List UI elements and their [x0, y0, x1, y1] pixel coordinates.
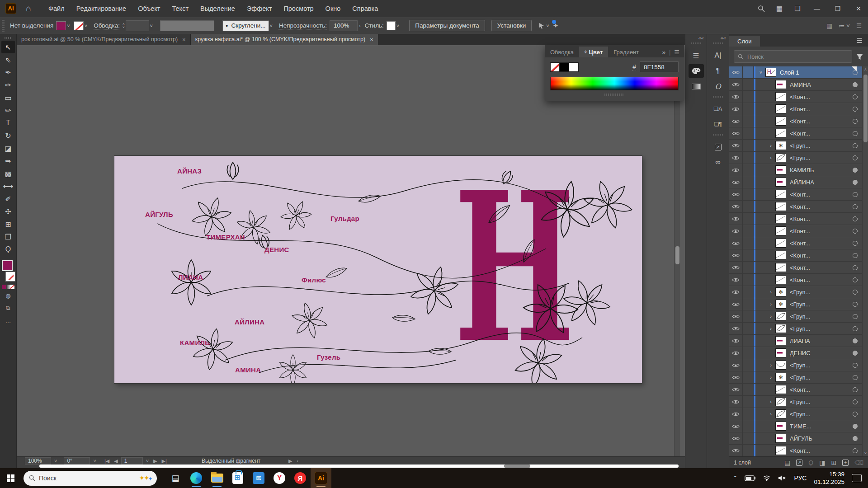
paragraph-panel-icon[interactable]: ¶ — [710, 64, 726, 78]
opacity-expand-icon[interactable]: › — [358, 23, 362, 28]
layer-visibility-toggle[interactable] — [729, 384, 743, 395]
menu-item-Выделение[interactable]: Выделение — [194, 5, 241, 12]
align-glyphs-icon[interactable]: ≔ ˅ — [839, 22, 850, 29]
rotation-field[interactable]: 0° — [64, 457, 90, 465]
chevron-down-icon[interactable]: ˅ — [53, 458, 58, 464]
layer-name[interactable]: <Конт... — [790, 277, 847, 283]
layer-visibility-toggle[interactable] — [729, 408, 743, 420]
collect-for-export-icon[interactable]: ▤ — [784, 459, 790, 466]
layer-visibility-toggle[interactable] — [729, 225, 743, 237]
status-play-icon[interactable]: ▶ — [287, 458, 293, 464]
layer-name[interactable]: <Конт... — [790, 264, 847, 271]
panel-resize-grip[interactable] — [604, 94, 624, 96]
layer-target[interactable] — [847, 448, 863, 453]
menu-item-Объект[interactable]: Объект — [132, 5, 166, 12]
layer-visibility-toggle[interactable] — [729, 103, 743, 115]
layer-visibility-toggle[interactable] — [729, 140, 743, 151]
start-button[interactable] — [0, 468, 21, 488]
chevron-down-icon[interactable]: ˅ — [396, 23, 399, 28]
strip-grip[interactable] — [713, 134, 723, 136]
layer-visibility-toggle[interactable] — [729, 359, 743, 371]
layer-lock-toggle[interactable] — [743, 323, 754, 334]
next-artboard-icon[interactable]: ▶ — [152, 458, 158, 464]
layer-name[interactable]: <Конт... — [790, 118, 847, 125]
new-layer-icon[interactable]: + — [842, 460, 849, 466]
arrange-documents-icon[interactable]: ❏ — [789, 0, 806, 17]
yandex-browser-button[interactable]: Y — [269, 468, 290, 488]
layer-lock-toggle[interactable] — [743, 274, 754, 286]
layer-row-ЛИАНА[interactable]: ЛИАНА — [729, 335, 863, 347]
layer-row-<Конт...[interactable]: <Конт... — [729, 115, 863, 127]
layer-lock-toggle[interactable] — [743, 237, 754, 249]
links-panel-icon[interactable]: ∞ — [710, 155, 726, 169]
minimize-button[interactable]: — — [807, 0, 826, 17]
canvas-label[interactable]: АМИНА — [235, 366, 261, 374]
new-sublayer-icon[interactable]: ⊞ — [831, 459, 836, 466]
panel-menu-icon[interactable]: ☰ — [857, 37, 868, 47]
layer-name[interactable]: <Конт... — [790, 447, 847, 454]
layer-lock-toggle[interactable] — [743, 310, 754, 322]
more-tools-icon[interactable]: … — [1, 314, 15, 327]
gradient-tool[interactable]: ▩ — [1, 167, 15, 180]
scroll-down-icon[interactable]: ˅ — [863, 451, 868, 455]
layer-name[interactable]: <Конт... — [790, 386, 847, 393]
layer-name[interactable]: <Груп... — [790, 301, 847, 308]
volume-muted-icon[interactable] — [778, 475, 787, 481]
layer-row-<Груп...[interactable]: ›<Груп... — [729, 152, 863, 164]
layer-row-<Груп...[interactable]: ›✻<Груп... — [729, 140, 863, 152]
document-tab[interactable]: кружка нафиса.ai* @ 100 % (CMYK/Предвари… — [191, 34, 378, 45]
layer-visibility-toggle[interactable] — [729, 396, 743, 408]
layer-target[interactable] — [847, 338, 863, 343]
layer-lock-toggle[interactable] — [743, 201, 754, 212]
layer-row-<Конт...[interactable]: <Конт... — [729, 91, 863, 103]
layer-name[interactable]: <Груп... — [790, 362, 847, 369]
layer-target[interactable] — [847, 436, 863, 441]
strip-grip[interactable] — [713, 42, 723, 44]
layer-lock-toggle[interactable] — [743, 262, 754, 273]
shaper-tool[interactable]: ➥ — [1, 155, 15, 167]
fill-color-swatch[interactable] — [56, 21, 66, 30]
layer-lock-toggle[interactable] — [743, 164, 754, 176]
panel-menu-icon[interactable]: ☰ — [674, 49, 679, 56]
layer-visibility-toggle[interactable] — [729, 310, 743, 322]
layer-visibility-toggle[interactable] — [729, 176, 743, 188]
canvas-label[interactable]: КАМИЛЬ — [180, 339, 210, 347]
layer-row-<Груп...[interactable]: ›<Груп... — [729, 408, 863, 420]
mail-button[interactable]: ✉ — [248, 468, 269, 488]
layer-name[interactable]: ТИМЕ... — [790, 423, 847, 430]
curvature-tool[interactable]: ✑ — [1, 79, 15, 91]
layer-target[interactable] — [847, 241, 863, 246]
layer-row-<Конт...[interactable]: <Конт... — [729, 213, 863, 225]
clock[interactable]: 15:39 01.12.2025 — [814, 470, 844, 486]
first-artboard-icon[interactable]: |◀ — [103, 458, 111, 464]
layer-target[interactable] — [847, 131, 863, 136]
layer-name[interactable]: <Конт... — [790, 94, 847, 100]
menu-item-Окно[interactable]: Окно — [320, 5, 347, 12]
layer-target[interactable] — [847, 290, 863, 295]
scroll-up-icon[interactable]: ˄ — [863, 67, 868, 72]
canvas-label[interactable]: Гузель — [317, 353, 340, 361]
canvas-label[interactable]: ДЕНИС — [264, 246, 289, 253]
layer-target[interactable] — [847, 326, 863, 331]
layer-row-АЙГУЛЬ[interactable]: АЙГУЛЬ — [729, 432, 863, 445]
chevron-down-icon[interactable]: ˅ — [150, 23, 153, 28]
panel-menu-icon[interactable]: ☰ — [856, 22, 862, 29]
document-setup-button[interactable]: Параметры документа — [409, 20, 485, 31]
layer-name[interactable]: Слой 1 — [780, 69, 847, 76]
search-icon[interactable] — [753, 0, 769, 17]
layer-visibility-toggle[interactable] — [729, 152, 743, 164]
layer-row-<Конт...[interactable]: <Конт... — [729, 445, 863, 456]
menu-item-Текст[interactable]: Текст — [166, 5, 195, 12]
color-spectrum-bar[interactable] — [550, 77, 679, 90]
eraser-tool[interactable]: ◪ — [1, 142, 15, 155]
layer-expand-icon[interactable]: › — [766, 411, 775, 417]
layer-visibility-toggle[interactable] — [729, 371, 743, 383]
layer-visibility-toggle[interactable] — [729, 79, 743, 90]
layer-visibility-toggle[interactable] — [729, 249, 743, 261]
layer-target[interactable] — [847, 399, 863, 404]
layer-lock-toggle[interactable] — [743, 66, 754, 78]
layer-target[interactable] — [847, 351, 863, 356]
layer-row-ДЕНИС[interactable]: ДЕНИС — [729, 347, 863, 359]
layer-name[interactable]: <Груп... — [790, 155, 847, 161]
layer-row-<Конт...[interactable]: <Конт... — [729, 249, 863, 262]
